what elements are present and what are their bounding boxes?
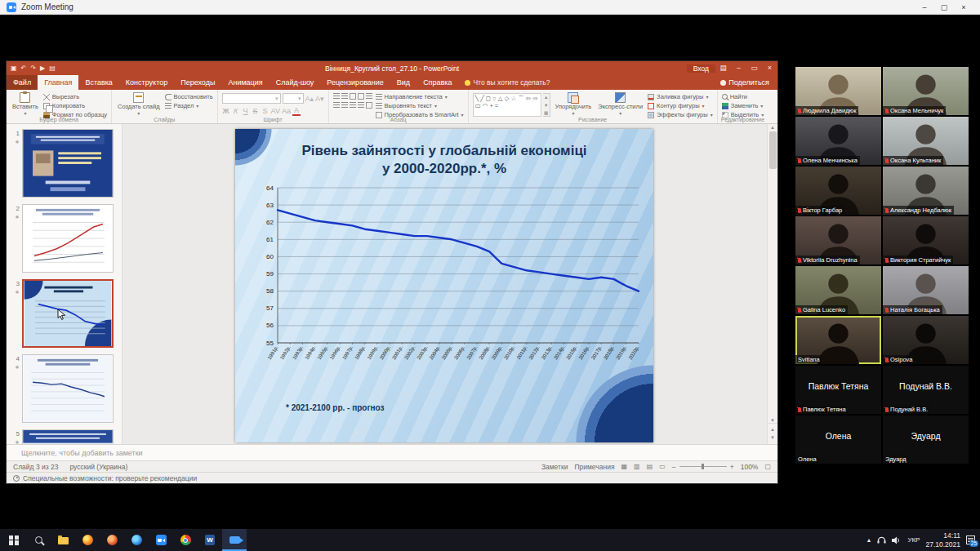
- normal-view-icon[interactable]: ▦: [621, 463, 628, 470]
- slide-number-indicator[interactable]: Слайд 3 из 23: [13, 463, 58, 471]
- participant-video-tile[interactable]: Віктор Гарбар: [795, 167, 881, 215]
- participant-video-tile[interactable]: Людмила Давидюк: [795, 67, 881, 115]
- vertical-scrollbar[interactable]: ▲ ▼ ▲ ▼: [767, 124, 777, 444]
- current-slide[interactable]: Рівень зайнятості у глобальній економіці…: [235, 129, 653, 442]
- shape-fill-button[interactable]: Заливка фигуры▾: [648, 93, 713, 100]
- shapes-gallery[interactable]: ╲ ╱ ◻ ○ △ ◇ ☆ ⌒ ⇦ ⇨ ▭ ◠ + =: [473, 93, 541, 117]
- participant-video-tile[interactable]: Viktoriia Druzhynina: [795, 216, 881, 264]
- taskbar-messenger-blue[interactable]: [124, 529, 149, 551]
- hidden-icons-button[interactable]: ▲: [866, 537, 871, 543]
- ribbon-tab[interactable]: Рецензирование: [320, 75, 390, 90]
- bold-button[interactable]: Ж: [222, 107, 230, 115]
- font-color-button[interactable]: A: [292, 106, 301, 116]
- ppt-minimize-button[interactable]: –: [731, 61, 746, 75]
- replace-button[interactable]: Заменить▾: [722, 102, 764, 109]
- taskbar-browser-orange[interactable]: [100, 529, 124, 551]
- ribbon-tab[interactable]: Вид: [390, 75, 416, 90]
- taskbar-zoom-meeting-window[interactable]: [222, 529, 247, 551]
- participant-video-tile[interactable]: Svitlana: [795, 316, 881, 364]
- zoom-out-icon[interactable]: −: [672, 463, 676, 471]
- section-button[interactable]: Раздел▾: [165, 102, 213, 109]
- arrange-button[interactable]: Упорядочить▾: [554, 91, 594, 115]
- ribbon-tab[interactable]: Конструктор: [119, 75, 174, 90]
- underline-button[interactable]: Ч: [242, 107, 250, 115]
- cut-button[interactable]: Вырезать: [43, 93, 107, 100]
- participant-novideo-tile[interactable]: ОленаОлена: [795, 415, 881, 464]
- taskbar-chrome[interactable]: [173, 529, 198, 551]
- align-text-button[interactable]: Выровнять текст▾: [376, 102, 464, 109]
- zoom-in-icon[interactable]: +: [730, 463, 734, 471]
- ribbon-tab[interactable]: Справка: [416, 75, 458, 90]
- paste-button[interactable]: Вставить▾: [11, 91, 40, 115]
- decrease-indent-icon[interactable]: [350, 93, 356, 100]
- slide-thumbnail[interactable]: [22, 354, 114, 423]
- redo-icon[interactable]: ↷: [30, 61, 36, 75]
- shapes-gallery-scroll[interactable]: ▲▼▦: [543, 93, 550, 117]
- line-spacing-icon[interactable]: [366, 93, 372, 100]
- participant-video-tile[interactable]: Оксана Мельничук: [883, 67, 969, 115]
- scroll-up-icon[interactable]: ▲: [770, 125, 775, 130]
- taskbar-zoom-app[interactable]: [149, 529, 173, 551]
- slide-thumbnail[interactable]: [22, 279, 114, 348]
- participant-video-tile[interactable]: Galina Lucenko: [795, 266, 881, 314]
- participant-video-tile[interactable]: Наталія Богацька: [883, 266, 969, 314]
- participant-novideo-tile[interactable]: Подунай В.В.Подунай В.В.: [883, 366, 969, 414]
- speaker-icon[interactable]: [892, 536, 902, 544]
- reset-button[interactable]: Восстановить: [165, 93, 213, 100]
- copy-button[interactable]: Копировать: [43, 102, 107, 109]
- new-slide-button[interactable]: Создать слайд▾: [116, 91, 161, 115]
- italic-button[interactable]: К: [232, 107, 240, 115]
- participant-novideo-tile[interactable]: ЭдуардЭдуард: [883, 415, 969, 464]
- taskbar-search-button[interactable]: [26, 529, 51, 551]
- slide-sorter-view-icon[interactable]: ▥: [634, 463, 640, 470]
- taskbar-file-explorer[interactable]: [51, 529, 75, 551]
- quick-styles-button[interactable]: Экспресс-стили▾: [596, 91, 644, 115]
- signin-button[interactable]: Вход: [687, 64, 715, 73]
- slide-thumbnail[interactable]: [22, 129, 114, 198]
- font-name-select[interactable]: ▾: [222, 93, 281, 104]
- language-indicator[interactable]: УКР: [907, 536, 920, 544]
- character-spacing-button[interactable]: AV: [271, 107, 280, 115]
- next-slide-button[interactable]: ▼: [770, 435, 775, 440]
- comments-toggle[interactable]: Примечания: [574, 463, 614, 471]
- font-size-select[interactable]: ▾: [283, 93, 304, 104]
- align-left-icon[interactable]: [333, 102, 340, 109]
- ppt-restore-button[interactable]: ▭: [746, 61, 762, 75]
- shrink-font-button[interactable]: A▾: [315, 95, 324, 103]
- headset-icon[interactable]: [877, 536, 886, 544]
- participant-video-tile[interactable]: Олена Менчинська: [795, 117, 881, 165]
- text-direction-button[interactable]: Направление текста▾: [376, 93, 464, 100]
- find-button[interactable]: Найти: [722, 93, 764, 100]
- slide-thumbnail[interactable]: [22, 429, 114, 444]
- language-indicator[interactable]: русский (Украина): [69, 463, 127, 471]
- ribbon-display-options-icon[interactable]: ▤: [715, 61, 731, 75]
- zoom-slider-handle[interactable]: [702, 464, 704, 469]
- ribbon-tab[interactable]: Файл: [7, 75, 38, 90]
- scrollbar-thumb[interactable]: [769, 131, 777, 169]
- participant-novideo-tile[interactable]: Павлюк ТетянаПавлюк Тетяна: [795, 366, 881, 414]
- ribbon-tab[interactable]: Вставка: [78, 75, 118, 90]
- participant-video-tile[interactable]: Оксана Культаник: [883, 117, 969, 165]
- participant-video-tile[interactable]: Osipova: [883, 316, 969, 364]
- ribbon-tab[interactable]: Слайд-шоу: [270, 75, 321, 90]
- fit-to-window-icon[interactable]: ▢: [764, 463, 771, 470]
- ribbon-tab[interactable]: Анимация: [221, 75, 269, 90]
- ppt-close-button[interactable]: ×: [762, 61, 777, 75]
- participant-video-tile[interactable]: Александр Недбалюк: [883, 167, 969, 215]
- close-button[interactable]: ×: [954, 0, 973, 15]
- taskbar-start-button[interactable]: [2, 529, 26, 551]
- maximize-button[interactable]: ▢: [934, 0, 954, 15]
- taskbar-firefox[interactable]: [75, 529, 100, 551]
- accessibility-status[interactable]: Специальные возможности: проверьте реком…: [23, 474, 197, 482]
- justify-icon[interactable]: [358, 102, 364, 109]
- action-center-button[interactable]: 25: [966, 535, 975, 544]
- clock[interactable]: 14:11 27.10.2021: [925, 531, 960, 548]
- undo-icon[interactable]: ↶: [21, 61, 27, 75]
- previous-slide-button[interactable]: ▲: [770, 427, 775, 432]
- strikethrough-button[interactable]: S: [252, 107, 260, 115]
- bullets-icon[interactable]: [333, 93, 340, 100]
- slideshow-view-icon[interactable]: ▭: [659, 463, 666, 470]
- taskbar-word[interactable]: W: [198, 529, 222, 551]
- print-preview-icon[interactable]: ▤: [49, 61, 56, 75]
- align-right-icon[interactable]: [350, 102, 356, 109]
